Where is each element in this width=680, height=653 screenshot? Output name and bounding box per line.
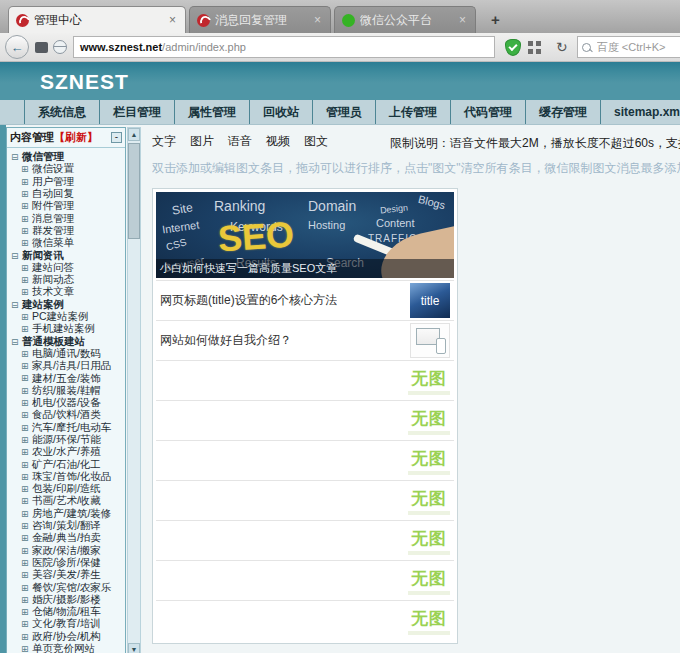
expand-icon[interactable]: ⊞ xyxy=(21,373,32,383)
minimize-button[interactable]: - xyxy=(111,132,122,143)
expand-icon[interactable]: ⊞ xyxy=(21,472,32,482)
sidebar-tree-item[interactable]: ⊞ PC建站案例 xyxy=(21,311,124,323)
expand-icon[interactable]: ⊞ xyxy=(21,533,32,543)
expand-icon[interactable]: ⊞ xyxy=(21,201,32,211)
sidebar-tree-item[interactable]: ⊞ 附件管理 xyxy=(21,200,124,212)
sidebar-tree-item[interactable]: ⊟ 建站案例 xyxy=(11,299,124,311)
expand-icon[interactable]: ⊞ xyxy=(21,570,32,580)
expand-icon[interactable]: ⊞ xyxy=(21,361,32,371)
expand-icon[interactable]: ⊞ xyxy=(21,275,32,285)
sidebar-tree-item[interactable]: ⊞ 婚庆/摄影/影楼 xyxy=(21,594,124,606)
article-row[interactable]: 网站如何做好自我介绍？ xyxy=(156,320,454,360)
sidebar-tree-item[interactable]: ⊞ 群发管理 xyxy=(21,225,124,237)
expand-icon[interactable]: ⊞ xyxy=(21,324,32,334)
new-tab-button[interactable]: + xyxy=(485,11,506,28)
back-button[interactable]: ← xyxy=(5,35,29,59)
sidebar-tree-item[interactable]: ⊞ 技术文章 xyxy=(21,286,124,298)
article-row[interactable]: 无图 xyxy=(156,440,454,480)
article-row[interactable]: 无图 xyxy=(156,520,454,560)
expand-icon[interactable]: ⊞ xyxy=(21,460,32,470)
nav-item[interactable]: 栏目管理 xyxy=(100,100,175,124)
expand-icon[interactable]: ⊟ xyxy=(11,251,22,261)
article-row[interactable]: 无图 xyxy=(156,400,454,440)
nav-item[interactable]: 代码管理 xyxy=(451,100,526,124)
security-shield-icon[interactable] xyxy=(505,39,521,56)
message-type-tab[interactable]: 图片 xyxy=(190,133,214,150)
expand-icon[interactable]: ⊟ xyxy=(11,152,22,162)
scroll-up-icon[interactable]: ▲ xyxy=(128,128,140,141)
expand-icon[interactable]: ⊞ xyxy=(21,484,32,494)
seo-article-image[interactable]: Site Ranking Domain Design Blogs Interne… xyxy=(156,192,454,278)
expand-icon[interactable]: ⊞ xyxy=(21,521,32,531)
sidebar-tree-item[interactable]: ⊞ 用户管理 xyxy=(21,176,124,188)
expand-icon[interactable]: ⊟ xyxy=(11,300,22,310)
sidebar-scrollbar[interactable]: ▲ ▼ xyxy=(127,127,141,653)
article-row[interactable]: 无图 xyxy=(156,600,454,640)
sidebar-tree-item[interactable]: ⊟ 新闻资讯 xyxy=(11,249,124,261)
article-row[interactable]: 无图 xyxy=(156,360,454,400)
nav-item[interactable]: 回收站 xyxy=(250,100,313,124)
expand-icon[interactable]: ⊞ xyxy=(21,607,32,617)
close-icon[interactable]: × xyxy=(457,13,468,27)
sidebar-tree-item[interactable]: ⊞ 单页竞价网站 xyxy=(21,643,124,653)
nav-item[interactable]: 上传管理 xyxy=(376,100,451,124)
expand-icon[interactable]: ⊞ xyxy=(21,632,32,642)
sidebar-tree-item[interactable]: ⊞ 仓储/物流/租车 xyxy=(21,606,124,618)
search-input[interactable] xyxy=(595,40,680,54)
sidebar-tree-item[interactable]: ⊟ 普通模板建站 xyxy=(11,335,124,347)
sidebar-tree-item[interactable]: ⊞ 食品/饮料/酒类 xyxy=(21,409,124,421)
refresh-icon[interactable]: ↻ xyxy=(556,39,568,55)
sidebar-tree-item[interactable]: ⊞ 家具/洁具/日用品 xyxy=(21,360,124,372)
sidebar-tree-item[interactable]: ⊞ 家政/保洁/搬家 xyxy=(21,545,124,557)
expand-icon[interactable]: ⊞ xyxy=(21,164,32,174)
expand-icon[interactable]: ⊞ xyxy=(21,583,32,593)
expand-icon[interactable]: ⊞ xyxy=(21,509,32,519)
nav-item[interactable]: 系统信息 xyxy=(25,100,100,124)
expand-icon[interactable]: ⊞ xyxy=(21,287,32,297)
nav-item[interactable]: sitemap.xml xyxy=(601,100,680,124)
sidebar-tree-item[interactable]: ⊞ 纺织/服装/鞋帽 xyxy=(21,385,124,397)
sidebar-tree-item[interactable]: ⊞ 政府/协会/机构 xyxy=(21,631,124,643)
message-type-tab[interactable]: 文字 xyxy=(152,133,176,150)
sidebar-tree-item[interactable]: ⊞ 新闻动态 xyxy=(21,274,124,286)
close-icon[interactable]: × xyxy=(312,13,323,27)
sidebar-tree-item[interactable]: ⊞ 能源/环保/节能 xyxy=(21,434,124,446)
expand-icon[interactable]: ⊞ xyxy=(21,496,32,506)
sidebar-tree-item[interactable]: ⊞ 矿产/石油/化工 xyxy=(21,458,124,470)
expand-icon[interactable]: ⊞ xyxy=(21,349,32,359)
expand-icon[interactable]: ⊞ xyxy=(21,644,32,653)
expand-icon[interactable]: ⊞ xyxy=(21,398,32,408)
sidebar-tree-item[interactable]: ⊞ 金融/典当/拍卖 xyxy=(21,532,124,544)
sidebar-tree-item[interactable]: ⊞ 包装/印刷/造纸 xyxy=(21,483,124,495)
expand-icon[interactable]: ⊞ xyxy=(21,226,32,236)
sidebar-tree-item[interactable]: ⊞ 自动回复 xyxy=(21,188,124,200)
sidebar-tree-item[interactable]: ⊞ 珠宝/首饰/化妆品 xyxy=(21,471,124,483)
sidebar-tree-item[interactable]: ⊞ 电脑/通讯/数码 xyxy=(21,348,124,360)
expand-icon[interactable]: ⊞ xyxy=(21,447,32,457)
sidebar-tree-item[interactable]: ⊞ 微信设置 xyxy=(21,163,124,175)
expand-icon[interactable]: ⊟ xyxy=(11,337,22,347)
qr-code-icon[interactable] xyxy=(528,41,541,54)
sidebar-tree-item[interactable]: ⊞ 咨询/策划/翻译 xyxy=(21,520,124,532)
expand-icon[interactable]: ⊞ xyxy=(21,214,32,224)
nav-item[interactable]: 缓存管理 xyxy=(526,100,601,124)
search-box[interactable] xyxy=(577,36,680,58)
sidebar-tree-item[interactable]: ⊞ 房地产/建筑/装修 xyxy=(21,508,124,520)
expand-icon[interactable]: ⊞ xyxy=(21,189,32,199)
expand-icon[interactable]: ⊞ xyxy=(21,238,32,248)
message-type-tab[interactable]: 语音 xyxy=(228,133,252,150)
sidebar-tree-item[interactable]: ⊞ 书画/艺术/收藏 xyxy=(21,495,124,507)
browser-tab[interactable]: 消息回复管理 × xyxy=(189,6,331,33)
expand-icon[interactable]: ⊞ xyxy=(21,177,32,187)
nav-item[interactable]: 属性管理 xyxy=(175,100,250,124)
scrollbar-thumb[interactable] xyxy=(128,143,140,239)
address-bar[interactable]: www.sznest.net/admin/index.php xyxy=(73,36,495,58)
message-type-tab[interactable]: 视频 xyxy=(266,133,290,150)
article-row[interactable]: 网页标题(title)设置的6个核心方法 title xyxy=(156,280,454,320)
expand-icon[interactable]: ⊞ xyxy=(21,546,32,556)
sidebar-tree-item[interactable]: ⊞ 汽车/摩托/电动车 xyxy=(21,422,124,434)
sidebar-tree-item[interactable]: ⊞ 农业/水产/养殖 xyxy=(21,446,124,458)
message-type-tab[interactable]: 图文 xyxy=(304,133,328,150)
bookmark-icon[interactable] xyxy=(35,42,48,53)
expand-icon[interactable]: ⊞ xyxy=(21,423,32,433)
